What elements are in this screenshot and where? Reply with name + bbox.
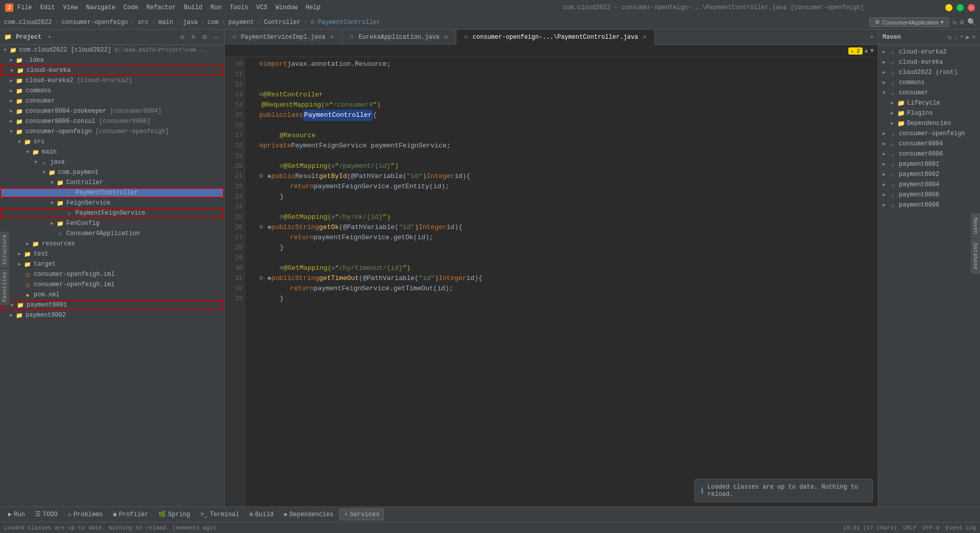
build-button[interactable]: ⚙ Build — [246, 509, 278, 520]
sync-icon[interactable]: ⊙ — [178, 33, 186, 41]
terminal-button[interactable]: >_ Terminal — [197, 510, 243, 520]
warning-nav-up[interactable]: ▲ — [865, 47, 868, 55]
breadcrumb-consumer-openfeign[interactable]: consumer-openfeign — [62, 19, 128, 26]
services-button[interactable]: ⚡ Services — [339, 509, 384, 520]
search-icon[interactable]: 🔍 — [967, 18, 976, 27]
maven-item-dependencies[interactable]: ► 📁 Dependencies — [880, 118, 978, 129]
sidebar-dropdown-icon[interactable]: ▾ — [47, 33, 51, 41]
run-button[interactable]: ▶ Run — [4, 509, 29, 520]
tree-item-consumer8004[interactable]: ► 📁 consumer8004-zookeeper [consumer8004… — [0, 106, 224, 116]
maven-item-payment8001[interactable]: ► ☕ payment8001 — [880, 159, 978, 169]
tab-overflow-button[interactable]: ▾ — [866, 33, 878, 41]
close-button[interactable]: ✕ — [968, 4, 975, 11]
tree-item-iml1[interactable]: ► ◫ consumer-openfeigh.iml — [0, 269, 224, 280]
maven-item-cloud2022[interactable]: ► ☕ cloud2022 (root) — [880, 67, 978, 78]
gear-icon[interactable]: ⚙ — [201, 33, 209, 41]
maven-download-icon[interactable]: ↓ — [954, 33, 958, 41]
menu-view[interactable]: View — [63, 4, 78, 11]
menu-vcs[interactable]: VCS — [256, 4, 267, 11]
tree-item-test[interactable]: ► 📁 test — [0, 249, 224, 259]
maven-more-icon[interactable]: » — [972, 33, 976, 41]
maven-item-payment8008[interactable]: ► ☕ payment8008 — [880, 200, 978, 210]
menu-window[interactable]: Window — [276, 4, 298, 11]
tree-item-consumer8006[interactable]: ► 📁 consumer8006-consul [consumer8006] — [0, 116, 224, 126]
tree-item-cloud-eureka2[interactable]: ► 📁 cloud-eureka2 [cloud-erurka2] — [0, 75, 224, 86]
maven-item-consumer8004[interactable]: ► ☕ consumer8004 — [880, 139, 978, 149]
maven-item-payment8006[interactable]: ► ☕ payment8006 — [880, 190, 978, 200]
tree-item-fenconfig[interactable]: ► 📁 FenConfig — [0, 218, 224, 229]
collapse-icon[interactable]: ≡ — [189, 33, 198, 41]
maven-item-plugins[interactable]: ► 📁 Plugins — [880, 108, 978, 118]
breadcrumb-payment[interactable]: payment — [228, 19, 254, 26]
tree-item-idea[interactable]: ► 📁 .idea — [0, 55, 224, 65]
profiler-button[interactable]: ◉ Profiler — [109, 509, 153, 520]
tree-item-com-payment[interactable]: ▼ 📁 com.payment — [0, 167, 224, 177]
maven-item-commons[interactable]: ► ☕ commons — [880, 78, 978, 88]
tab-close-eureka[interactable]: ✕ — [443, 34, 450, 41]
spring-button[interactable]: 🌿 Spring — [154, 509, 194, 520]
run-config-selector[interactable]: ⚙ Consumer4Application ▾ — [869, 17, 949, 27]
menu-file[interactable]: File — [17, 4, 32, 11]
breadcrumb-payment-controller[interactable]: ⊙ PaymentController — [310, 18, 380, 26]
breadcrumb-java[interactable]: java — [183, 19, 198, 26]
menu-tools[interactable]: Tools — [230, 4, 248, 11]
tab-structure[interactable]: Structure — [0, 231, 9, 267]
breadcrumb-com-cloud2022[interactable]: com.cloud2022 — [4, 19, 52, 26]
menu-refactor[interactable]: Refactor — [146, 4, 176, 11]
menu-edit[interactable]: Edit — [40, 4, 55, 11]
menu-help[interactable]: Help — [306, 4, 321, 11]
settings-icon[interactable]: ⚙ — [960, 18, 964, 27]
tree-item-main[interactable]: ▼ 📁 main — [0, 147, 224, 157]
menu-navigate[interactable]: Navigate — [86, 4, 115, 11]
tree-item-pom[interactable]: ► ◈ pom.xml — [0, 290, 224, 300]
tree-item-commons[interactable]: ► 📁 commons — [0, 86, 224, 96]
tree-item-resources[interactable]: ► 📁 resources — [0, 239, 224, 249]
maven-item-consumer[interactable]: ▼ ☕ consumer — [880, 88, 978, 98]
maven-run-icon[interactable]: ▶ — [966, 33, 970, 41]
breadcrumb-controller[interactable]: Controller — [264, 19, 301, 26]
tree-item-iml2[interactable]: ► ◫ consumer-openfeigh.iml — [0, 280, 224, 290]
tree-item-target[interactable]: ► 📁 target — [0, 259, 224, 269]
tab-payment-service-impl[interactable]: ⊙ PaymentServiceImpl.java ✕ — [225, 30, 342, 45]
minimize-panel-icon[interactable]: — — [212, 33, 220, 41]
maven-item-consumer8006[interactable]: ► ☕ consumer8006 — [880, 149, 978, 159]
menu-code[interactable]: Code — [124, 4, 138, 11]
maven-item-cloud-eureka[interactable]: ► ☕ cloud-eureka — [880, 57, 978, 67]
tab-database-vert[interactable]: Database — [971, 239, 980, 274]
todo-button[interactable]: ☰ TODO — [31, 509, 62, 520]
maven-item-payment8004[interactable]: ► ☕ payment8004 — [880, 180, 978, 190]
tab-payment-controller[interactable]: ⊙ consumer-openfeign-...\PaymentControll… — [456, 30, 655, 45]
tree-item-feign-service-folder[interactable]: ▼ 📁 FeignService — [0, 198, 224, 208]
breadcrumb-main[interactable]: main — [158, 19, 173, 26]
minimize-button[interactable]: — — [945, 4, 952, 11]
tab-maven-vert[interactable]: Maven — [971, 213, 980, 238]
tree-item-root[interactable]: ▼ 📁 com.cloud2022 [cloud2022] D:\aaa_kai… — [0, 45, 224, 55]
maven-refresh-icon[interactable]: ↻ — [948, 33, 952, 41]
tree-item-payment-controller[interactable]: ► ⊙ PaymentController — [0, 188, 224, 198]
maven-item-cloud-erurka2[interactable]: ► ☕ cloud-erurka2 — [880, 47, 978, 57]
tree-item-java[interactable]: ▼ ☕ java — [0, 157, 224, 167]
maven-add-icon[interactable]: + — [960, 33, 964, 41]
maven-item-consumer-openfeign[interactable]: ► ☕ consumer-openfeign — [880, 129, 978, 139]
refresh-icon[interactable]: ↻ — [952, 18, 957, 27]
dependencies-button[interactable]: ◈ Dependencies — [280, 509, 338, 520]
maven-item-lifecycle[interactable]: ► 📁 Lifecycle — [880, 98, 978, 108]
menu-run[interactable]: Run — [210, 4, 222, 11]
tree-item-payment8002[interactable]: ► 📁 payment8002 — [0, 310, 224, 320]
tree-item-consumer4app[interactable]: ► ⊙ Consumer4Application — [0, 229, 224, 239]
menu-build[interactable]: Build — [184, 4, 202, 11]
tree-item-consumer-openfeigh[interactable]: ▼ 📁 consumer-openfeign [consumer-openfei… — [0, 126, 224, 137]
tab-close-payment-service[interactable]: ✕ — [329, 34, 336, 41]
tab-favorites[interactable]: Favorites — [0, 269, 9, 305]
breadcrumb-com[interactable]: com — [208, 19, 219, 26]
tab-eureka-app[interactable]: ⊙ EurekaApplication.java ✕ — [342, 30, 456, 45]
warning-nav-down[interactable]: ▼ — [870, 47, 874, 55]
tab-close-payment-ctrl[interactable]: ✕ — [641, 34, 648, 41]
maven-item-payment8002[interactable]: ► ☕ payment8002 — [880, 169, 978, 180]
tree-item-cloud-eureka[interactable]: ► 📁 cloud-eureka — [0, 65, 224, 75]
tree-item-payment-feign-service[interactable]: ► ⊙ PaymentFeignService — [0, 208, 224, 218]
event-log-link[interactable]: Event Log — [946, 525, 976, 531]
tree-item-controller-folder[interactable]: ▼ 📁 Controller — [0, 177, 224, 188]
tree-item-src[interactable]: ▼ 📁 src — [0, 137, 224, 147]
tree-item-payment8001[interactable]: ► 📁 payment8001 — [0, 300, 224, 310]
